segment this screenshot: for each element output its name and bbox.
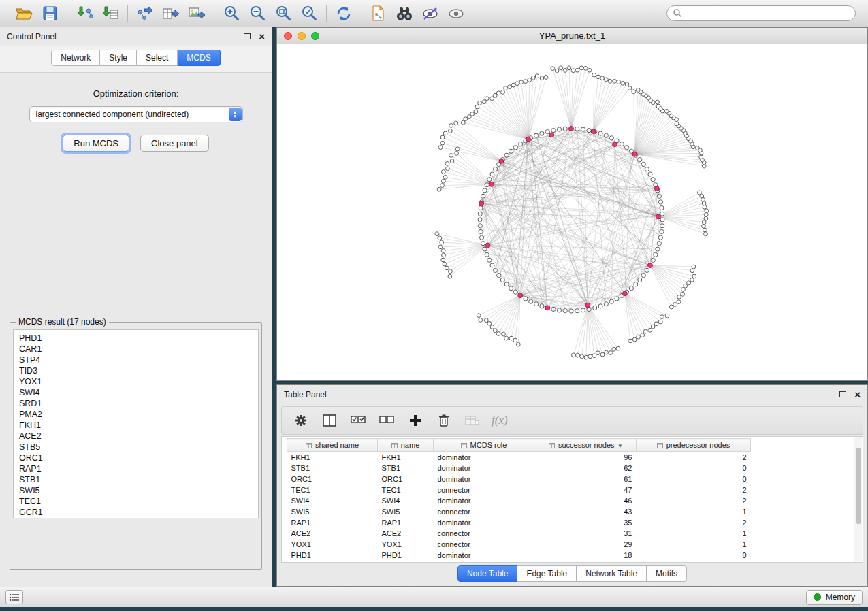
cell-shared-name[interactable]: ACE2 bbox=[287, 528, 378, 539]
column-header-shared-name[interactable]: shared name bbox=[287, 439, 378, 452]
cell-predecessor-nodes[interactable]: 1 bbox=[637, 528, 751, 539]
table-row[interactable]: YOX1YOX1connector291 bbox=[287, 539, 751, 550]
cell-shared-name[interactable]: PHD1 bbox=[287, 550, 378, 561]
mcds-result-item[interactable]: RAP1 bbox=[19, 463, 257, 474]
save-session-button[interactable] bbox=[37, 3, 62, 24]
column-header-mcds-role[interactable]: MCDS role bbox=[434, 439, 534, 452]
mcds-result-item[interactable]: ACE2 bbox=[19, 431, 257, 442]
mcds-result-item[interactable]: PMA2 bbox=[19, 409, 257, 420]
table-scrollbar-thumb[interactable] bbox=[856, 448, 861, 525]
cell-mcds-role[interactable]: connector bbox=[434, 506, 534, 517]
tab-style[interactable]: Style bbox=[100, 50, 137, 66]
export-image-button[interactable] bbox=[184, 3, 209, 24]
mcds-result-item[interactable]: STP4 bbox=[19, 354, 257, 365]
import-network-button[interactable] bbox=[72, 3, 97, 24]
import-table-button[interactable] bbox=[98, 3, 123, 24]
cell-name[interactable]: YOX1 bbox=[378, 539, 434, 550]
duplicate-network-button[interactable] bbox=[366, 3, 391, 24]
cell-shared-name[interactable]: ORC1 bbox=[287, 474, 378, 484]
table-row[interactable]: ORC1ORC1dominator610 bbox=[287, 474, 751, 484]
network-canvas[interactable] bbox=[277, 44, 867, 380]
cell-name[interactable]: FKH1 bbox=[378, 452, 434, 463]
minimize-window-icon[interactable] bbox=[298, 32, 306, 40]
cell-mcds-role[interactable]: connector bbox=[434, 539, 534, 550]
column-header-successor-nodes[interactable]: successor nodes▾ bbox=[534, 439, 637, 452]
show-columns-button[interactable] bbox=[320, 411, 339, 430]
function-builder-button[interactable]: f(x) bbox=[492, 411, 508, 430]
mcds-result-item[interactable]: SWI4 bbox=[19, 387, 257, 398]
cell-shared-name[interactable]: SWI4 bbox=[287, 495, 378, 506]
tab-select[interactable]: Select bbox=[137, 50, 178, 66]
tab-network-table[interactable]: Network Table bbox=[577, 565, 647, 582]
cell-shared-name[interactable]: YOX1 bbox=[287, 539, 378, 550]
column-header-predecessor-nodes[interactable]: predecessor nodes bbox=[637, 439, 751, 452]
cell-mcds-role[interactable]: dominator bbox=[434, 474, 534, 484]
column-header-name[interactable]: name bbox=[378, 439, 434, 452]
zoom-fit-button[interactable] bbox=[271, 3, 295, 24]
tab-node-table[interactable]: Node Table bbox=[457, 565, 518, 582]
cell-shared-name[interactable]: STB1 bbox=[287, 463, 378, 474]
delete-column-button[interactable] bbox=[434, 411, 453, 430]
cell-mcds-role[interactable]: connector bbox=[434, 484, 534, 495]
cell-mcds-role[interactable]: connector bbox=[434, 528, 534, 539]
tab-motifs[interactable]: Motifs bbox=[647, 565, 687, 582]
cell-successor-nodes[interactable]: 62 bbox=[534, 463, 637, 474]
cell-mcds-role[interactable]: dominator bbox=[434, 517, 534, 528]
float-panel-icon[interactable] bbox=[244, 33, 251, 39]
export-network-button[interactable] bbox=[133, 3, 157, 24]
cell-predecessor-nodes[interactable]: 2 bbox=[637, 484, 751, 495]
mcds-result-item[interactable]: GCR1 bbox=[19, 507, 257, 518]
mcds-result-item[interactable]: SWI5 bbox=[19, 485, 257, 496]
cell-name[interactable]: SWI4 bbox=[378, 495, 434, 506]
tab-network[interactable]: Network bbox=[51, 50, 100, 66]
table-row[interactable]: TEC1TEC1connector472 bbox=[287, 484, 751, 495]
mcds-result-item[interactable]: FKH1 bbox=[19, 420, 257, 431]
open-session-button[interactable] bbox=[12, 3, 36, 24]
delete-table-button[interactable] bbox=[463, 411, 482, 430]
cell-successor-nodes[interactable]: 18 bbox=[534, 550, 637, 561]
cell-successor-nodes[interactable]: 61 bbox=[534, 474, 637, 484]
close-panel-icon[interactable]: × bbox=[854, 391, 861, 399]
add-column-button[interactable] bbox=[406, 411, 425, 430]
column-menu-caret-icon[interactable]: ▾ bbox=[619, 442, 622, 449]
run-mcds-button[interactable]: Run MCDS bbox=[63, 135, 129, 152]
close-window-icon[interactable] bbox=[284, 32, 292, 40]
cell-name[interactable]: STB1 bbox=[378, 463, 434, 474]
mcds-result-item[interactable]: TEC1 bbox=[19, 496, 257, 507]
close-panel-button[interactable]: Close panel bbox=[140, 135, 209, 152]
deselect-all-button[interactable] bbox=[377, 411, 396, 430]
tab-edge-table[interactable]: Edge Table bbox=[517, 565, 577, 582]
find-button[interactable] bbox=[392, 3, 417, 24]
memory-button[interactable]: Memory bbox=[806, 590, 863, 605]
cell-mcds-role[interactable]: dominator bbox=[434, 463, 534, 474]
mcds-result-item[interactable]: ORC1 bbox=[19, 452, 257, 463]
mcds-result-item[interactable]: CAR1 bbox=[19, 344, 257, 354]
cell-predecessor-nodes[interactable]: 0 bbox=[637, 550, 751, 561]
mcds-result-item[interactable]: PHD1 bbox=[19, 333, 257, 344]
mcds-result-item[interactable]: STB5 bbox=[19, 442, 257, 452]
mcds-result-list[interactable]: PHD1CAR1STP4TID3YOX1SWI4SRD1PMA2FKH1ACE2… bbox=[13, 329, 259, 518]
select-all-button[interactable] bbox=[349, 411, 368, 430]
tab-mcds[interactable]: MCDS bbox=[178, 50, 220, 66]
cell-successor-nodes[interactable]: 29 bbox=[534, 539, 637, 550]
cell-mcds-role[interactable]: dominator bbox=[434, 495, 534, 506]
cell-name[interactable]: ACE2 bbox=[378, 528, 434, 539]
mcds-result-item[interactable]: STB1 bbox=[19, 474, 257, 485]
hide-annotations-button[interactable] bbox=[418, 3, 443, 24]
cell-shared-name[interactable]: RAP1 bbox=[287, 517, 378, 528]
cell-shared-name[interactable]: TEC1 bbox=[287, 484, 378, 495]
cell-mcds-role[interactable]: dominator bbox=[434, 550, 534, 561]
cell-predecessor-nodes[interactable]: 2 bbox=[637, 517, 751, 528]
network-graph[interactable] bbox=[277, 44, 867, 380]
table-row[interactable]: RAP1RAP1dominator352 bbox=[287, 517, 751, 528]
export-table-button[interactable] bbox=[159, 3, 183, 24]
cell-shared-name[interactable]: SWI5 bbox=[287, 506, 378, 517]
cell-predecessor-nodes[interactable]: 2 bbox=[637, 495, 751, 506]
mcds-result-item[interactable]: YOX1 bbox=[19, 376, 257, 387]
table-scrollbar[interactable] bbox=[854, 437, 862, 561]
table-row[interactable]: STB1STB1dominator620 bbox=[287, 463, 751, 474]
table-settings-button[interactable] bbox=[291, 411, 310, 430]
refresh-button[interactable] bbox=[332, 3, 356, 24]
cell-successor-nodes[interactable]: 35 bbox=[534, 517, 637, 528]
cell-successor-nodes[interactable]: 96 bbox=[534, 452, 637, 463]
